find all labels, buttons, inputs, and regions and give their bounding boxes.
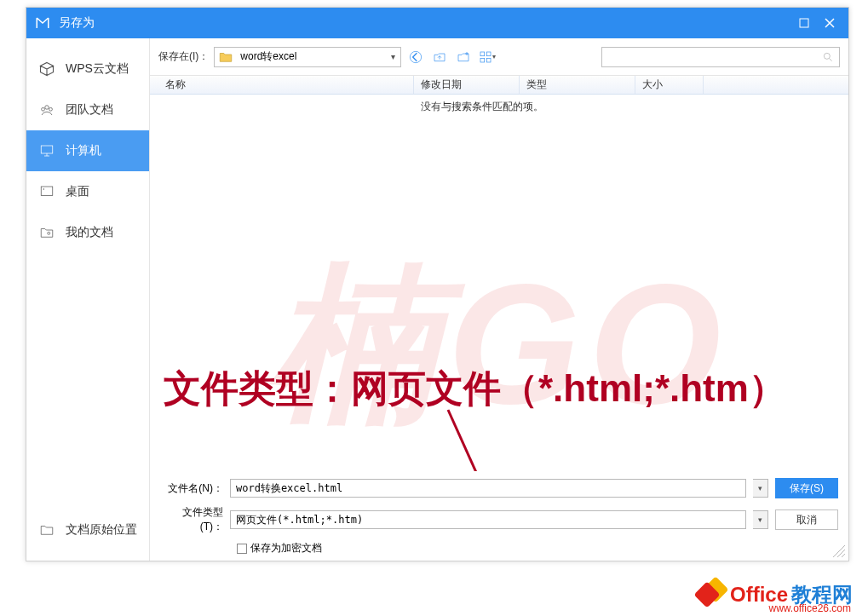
close-button[interactable] [819,13,840,33]
encrypt-label: 保存为加密文档 [250,541,322,556]
svg-rect-12 [487,58,491,62]
title-bar: 另存为 [26,8,848,38]
search-icon [822,51,834,63]
svg-rect-4 [41,146,53,153]
filetype-dropdown[interactable]: ▾ [753,510,768,529]
cancel-button[interactable]: 取消 [775,509,838,530]
chevron-down-icon[interactable]: ▾ [385,52,400,61]
sidebar-item-computer[interactable]: 计算机 [26,130,149,171]
svg-rect-0 [800,19,808,27]
view-mode-button[interactable]: ▾ [478,48,497,66]
folder-user-icon [38,224,55,241]
svg-point-1 [45,106,49,110]
new-folder-button[interactable] [454,48,473,66]
folder-icon [38,521,55,538]
app-logo-icon [35,15,50,31]
back-button[interactable] [406,48,425,66]
svg-point-8 [411,51,422,62]
up-folder-button[interactable] [430,48,449,66]
site-logo-icon [698,580,727,609]
svg-rect-9 [480,52,485,56]
filename-dropdown[interactable]: ▾ [753,479,768,498]
arrow-icon [440,401,508,471]
maximize-button[interactable] [794,13,814,33]
save-form: 文件名(N)： ▾ 保存(S) 文件类型(T)： ▾ 取消 保存为加密文档 [150,471,848,561]
resize-grip-icon[interactable] [833,545,845,557]
cube-icon [38,60,55,78]
filetype-input[interactable] [230,510,746,529]
checkbox-icon [237,544,247,554]
file-list: 没有与搜索条件匹配的项。 楠GO 文件类型：网页文件（*.html;*.htm）… [150,95,848,471]
encrypt-checkbox[interactable]: 保存为加密文档 [237,541,838,556]
col-size[interactable]: 大小 [635,76,704,94]
sidebar-item-team[interactable]: 团队文档 [26,89,149,130]
svg-rect-5 [41,187,53,196]
sidebar-item-label: WPS云文档 [66,61,129,77]
sidebar: WPS云文档 团队文档 计算机 桌面 我的文档 文档原始位置 [26,38,150,561]
search-box[interactable] [601,47,840,67]
dialog-window: 另存为 WPS云文档 团队文档 计算机 桌面 我的文档 [26,7,849,561]
site-url: www.office26.com [769,602,852,614]
location-combo[interactable]: ▾ [214,47,401,67]
search-input[interactable] [607,51,822,63]
site-branding: Office 教程网 www.office26.com [0,573,868,616]
filename-input[interactable] [230,479,746,498]
filename-label: 文件名(N)： [160,481,223,496]
sidebar-item-label: 计算机 [66,143,101,158]
svg-point-2 [42,107,45,111]
sidebar-item-label: 我的文档 [66,225,113,240]
column-headers[interactable]: 名称 修改日期 类型 大小 [150,76,848,95]
folder-icon [218,49,233,65]
sidebar-item-desktop[interactable]: 桌面 [26,171,149,212]
sidebar-item-original-location[interactable]: 文档原始位置 [26,509,150,550]
empty-message: 没有与搜索条件匹配的项。 [421,100,543,114]
location-input[interactable] [237,51,385,63]
annotation-text: 文件类型：网页文件（*.html;*.htm） [164,364,786,414]
col-date[interactable]: 修改日期 [414,76,520,94]
toolbar: 保存在(I)： ▾ ▾ [150,38,848,76]
sidebar-item-wps-cloud[interactable]: WPS云文档 [26,49,149,89]
main-panel: 保存在(I)： ▾ ▾ 名称 修改日期 类型 大小 [150,38,848,561]
svg-line-14 [448,410,486,471]
sidebar-item-label: 文档原始位置 [66,522,137,538]
svg-point-6 [43,188,45,190]
col-name[interactable]: 名称 [158,76,414,94]
desktop-icon [38,183,55,200]
window-title: 另存为 [59,15,789,31]
monitor-icon [38,142,55,159]
svg-rect-11 [480,58,485,62]
location-label: 保存在(I)： [158,49,209,64]
sidebar-item-label: 桌面 [66,184,89,199]
col-type[interactable]: 类型 [520,76,635,94]
svg-point-3 [49,107,53,111]
team-icon [38,101,55,118]
save-button[interactable]: 保存(S) [775,478,838,498]
sidebar-item-mydocs[interactable]: 我的文档 [26,212,149,253]
svg-point-13 [824,53,830,59]
svg-point-7 [48,232,50,234]
filetype-label: 文件类型(T)： [160,505,223,534]
sidebar-item-label: 团队文档 [66,102,113,118]
watermark-text: 楠GO [268,231,729,461]
svg-rect-10 [487,52,491,56]
